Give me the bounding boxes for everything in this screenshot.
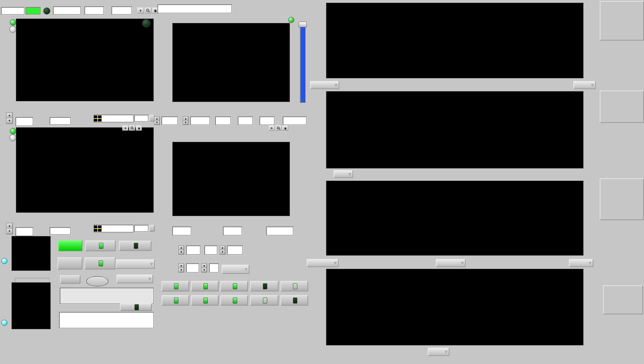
cursor-b-widget[interactable] <box>94 114 133 123</box>
rinse-button[interactable] <box>250 295 278 306</box>
ts3-left-dropdown[interactable]: ▽ <box>307 259 339 267</box>
cycle-num-value <box>84 6 104 15</box>
coeff-a-led[interactable] <box>1 258 7 264</box>
rinse-led <box>263 297 267 304</box>
scr-spinner[interactable]: ▲▼ <box>201 263 207 272</box>
gain-led[interactable] <box>288 17 294 23</box>
fcb-r-timeseries-chart <box>326 3 584 78</box>
pump-button[interactable] <box>280 281 308 291</box>
ref-field[interactable] <box>186 263 199 272</box>
zoom-tool-icon[interactable] <box>129 125 135 131</box>
coeff-b-led[interactable] <box>1 320 7 326</box>
exit-button[interactable] <box>57 257 82 269</box>
peg-timeseries-chart <box>326 91 584 168</box>
cursor-g-widget[interactable] <box>94 225 133 233</box>
count-button[interactable] <box>250 281 278 291</box>
fvfm-value <box>238 116 253 125</box>
met-off-button[interactable] <box>119 241 151 251</box>
meas-prot-dropdown[interactable]: ▽ <box>117 275 153 283</box>
chl-timeseries-chart <box>326 181 584 256</box>
int-time-spinner[interactable]: ▲▼ <box>6 223 13 234</box>
g-pdp-led <box>203 297 208 304</box>
transect-button[interactable] <box>85 240 116 251</box>
ts1-legend <box>600 1 644 41</box>
fvfm-g-value <box>172 227 191 235</box>
start-button[interactable] <box>58 240 82 251</box>
gain-slider-track[interactable] <box>300 22 305 103</box>
datetime-value <box>157 4 232 13</box>
graph-palette-top: + <box>137 7 159 14</box>
comments-field[interactable] <box>59 312 154 328</box>
range-spinner[interactable]: ▲▼ <box>183 116 189 125</box>
cursor-crosshair-icon <box>94 115 102 122</box>
rb-timeseries-chart <box>326 269 584 345</box>
instrument-panel: + ▲▼ + ▲▼ ▲▼ ▲▼ <box>0 0 644 364</box>
spectrum-g-led2[interactable] <box>9 134 16 141</box>
ts3-mid-dropdown[interactable]: ▽ <box>436 259 466 267</box>
pdp-b-chart <box>172 23 290 102</box>
spectrum-b-status-led <box>142 19 150 27</box>
water-type-dropdown[interactable]: ▽ <box>222 265 249 274</box>
profile-button[interactable] <box>60 275 80 284</box>
spectrum-b-led[interactable] <box>10 19 16 26</box>
ts3-legend <box>600 178 644 220</box>
range-field[interactable] <box>190 116 210 125</box>
sdc-button[interactable] <box>220 281 248 291</box>
b-pdp-button[interactable] <box>191 281 219 291</box>
measurement-dropdown[interactable]: ▽ <box>116 259 155 269</box>
g-pdp-button[interactable] <box>191 295 219 306</box>
sec-field[interactable] <box>204 245 217 255</box>
zoom-tool-icon[interactable] <box>145 7 151 14</box>
ts3-right-dropdown[interactable]: ▽ <box>569 259 593 267</box>
crosshair-tool-icon[interactable]: + <box>122 125 128 131</box>
station-id-field[interactable] <box>1 7 24 15</box>
transect-led <box>99 243 103 249</box>
wtm-spinner[interactable]: ▲▼ <box>178 245 184 255</box>
pdp-br-led <box>233 297 237 304</box>
count-spinner[interactable]: ▲▼ <box>220 245 225 255</box>
shots-field[interactable] <box>162 116 178 125</box>
pan-tool-icon[interactable] <box>136 125 142 131</box>
cursor-b-y <box>134 115 148 122</box>
int-tim-spinner[interactable]: ▲▼ <box>6 112 13 124</box>
pan-tool-icon[interactable] <box>282 125 288 131</box>
spectrum-g-led[interactable] <box>10 128 16 134</box>
pdp-br-button[interactable] <box>220 295 248 306</box>
pump-led <box>293 283 297 289</box>
file-path-field[interactable] <box>60 288 154 304</box>
knc-g-value <box>266 227 293 235</box>
crosshair-tool-icon[interactable]: + <box>137 7 144 14</box>
cursor-crosshair-icon <box>94 226 102 232</box>
elapsed-time-value <box>53 6 81 15</box>
dspl-sts-led <box>293 297 297 304</box>
coeff-bars-chart-2 <box>11 282 51 329</box>
ts1-left-dropdown[interactable]: ▽ <box>310 81 339 89</box>
gain-slider-knob[interactable] <box>299 22 307 27</box>
scr-field[interactable] <box>209 263 219 272</box>
spectrum-b-led2[interactable] <box>9 26 16 33</box>
ref-spinner[interactable]: ▲▼ <box>178 263 184 272</box>
b-pdp-led <box>203 283 208 289</box>
wtm-field[interactable] <box>186 245 200 255</box>
screen-cap-led <box>134 304 139 310</box>
ts4-legend <box>603 285 643 314</box>
cursor-g-scroll[interactable] <box>149 225 155 232</box>
dspl-sts-button[interactable] <box>280 295 308 306</box>
screen-cap-button[interactable] <box>120 304 152 311</box>
ts2-dropdown[interactable]: ▽ <box>333 170 353 178</box>
g-spect-button[interactable] <box>162 295 189 306</box>
save-button[interactable] <box>84 257 116 269</box>
crosshair-tool-icon[interactable]: + <box>269 125 275 131</box>
ts1-right-dropdown[interactable]: ▽ <box>573 81 596 89</box>
int-time-field[interactable] <box>16 227 33 236</box>
pause-button[interactable] <box>86 276 108 286</box>
cursor-b-x <box>102 115 133 122</box>
coeff-bars-chart <box>11 236 51 271</box>
ts4-dropdown[interactable]: ▽ <box>428 348 449 356</box>
count-field[interactable] <box>227 245 243 255</box>
pdp-g-chart <box>172 142 290 216</box>
int-tim-field[interactable] <box>16 117 33 126</box>
zoom-tool-icon[interactable] <box>275 125 281 131</box>
b-spect-button[interactable] <box>162 281 189 291</box>
shots-spinner[interactable]: ▲▼ <box>154 116 160 125</box>
